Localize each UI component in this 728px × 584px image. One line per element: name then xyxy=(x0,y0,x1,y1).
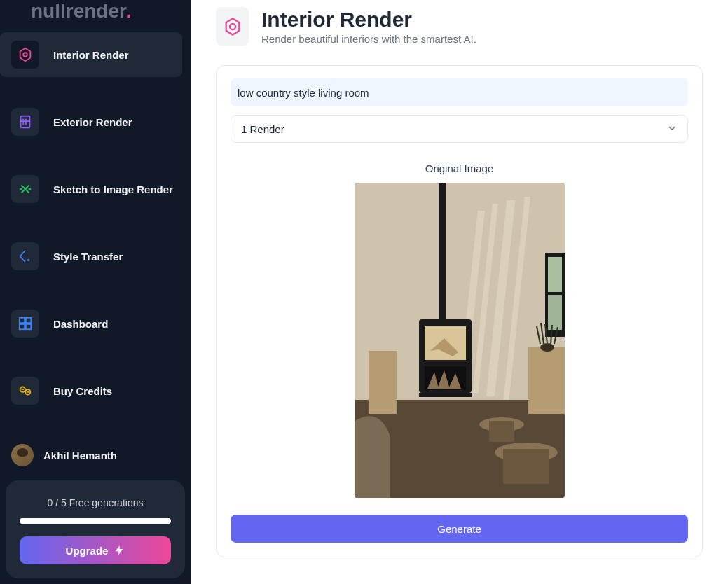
sidebar-item-exterior-render[interactable]: Exterior Render xyxy=(0,99,182,144)
style-icon xyxy=(11,242,39,270)
main-content: Interior Render Render beautiful interio… xyxy=(191,0,728,584)
svg-rect-21 xyxy=(548,257,562,292)
render-count-value: 1 Render xyxy=(241,123,284,135)
page-title-block: Interior Render Render beautiful interio… xyxy=(261,8,476,45)
avatar xyxy=(11,444,34,466)
chevron-down-icon xyxy=(666,123,678,136)
svg-point-1 xyxy=(23,53,27,57)
page-title: Interior Render xyxy=(261,8,476,32)
user-name: Akhil Hemanth xyxy=(43,450,117,461)
credits-card: 0 / 5 Free generations Upgrade xyxy=(6,480,185,578)
svg-rect-8 xyxy=(26,318,31,323)
upgrade-label: Upgrade xyxy=(66,545,109,557)
dashboard-icon xyxy=(11,310,39,338)
generate-button[interactable]: Generate xyxy=(231,515,688,543)
sidebar-item-dashboard[interactable]: Dashboard xyxy=(0,301,182,346)
sidebar-item-label: Exterior Render xyxy=(53,116,132,128)
generate-label: Generate xyxy=(437,523,481,535)
sidebar-item-label: Sketch to Image Render xyxy=(53,183,173,195)
svg-rect-10 xyxy=(26,324,31,329)
upgrade-button[interactable]: Upgrade xyxy=(20,536,171,564)
brand-name: nullrender xyxy=(31,0,125,22)
form-card: 1 Render Original Image xyxy=(216,65,703,557)
bolt-icon xyxy=(114,545,125,556)
svg-point-6 xyxy=(27,259,30,262)
svg-point-31 xyxy=(540,343,554,352)
page-subtitle: Render beautiful interiors with the smar… xyxy=(261,33,476,45)
svg-rect-29 xyxy=(503,449,549,484)
original-image-label: Original Image xyxy=(231,162,688,174)
sidebar-item-label: Style Transfer xyxy=(53,251,123,263)
sidebar-item-sketch-to-image[interactable]: Sketch to Image Render xyxy=(0,167,182,211)
svg-rect-9 xyxy=(20,324,25,329)
svg-rect-23 xyxy=(439,183,446,323)
svg-rect-32 xyxy=(369,351,397,414)
sidebar-item-label: Interior Render xyxy=(53,49,129,61)
brand-dot: . xyxy=(125,0,131,22)
sidebar-item-label: Dashboard xyxy=(53,318,108,330)
original-image-wrap xyxy=(231,183,688,498)
sidebar-item-interior-render[interactable]: Interior Render xyxy=(0,32,182,77)
page-icon xyxy=(216,7,249,46)
svg-rect-40 xyxy=(419,393,472,397)
render-count-select[interactable]: 1 Render xyxy=(231,115,688,143)
sidebar-item-buy-credits[interactable]: Buy Credits xyxy=(0,368,182,413)
brand-logo: nullrender. xyxy=(0,0,191,32)
svg-rect-27 xyxy=(489,421,514,442)
svg-rect-22 xyxy=(548,295,562,330)
prompt-input[interactable] xyxy=(231,78,688,106)
credits-label: 0 / 5 Free generations xyxy=(48,497,144,508)
sidebar-item-label: Buy Credits xyxy=(53,385,112,397)
sketch-icon xyxy=(11,175,39,203)
sidebar-item-user[interactable]: Akhil Hemanth xyxy=(0,436,182,475)
sidebar-item-style-transfer[interactable]: Style Transfer xyxy=(0,234,182,279)
original-image xyxy=(355,183,565,498)
exterior-icon xyxy=(11,108,39,136)
svg-marker-0 xyxy=(20,48,31,61)
svg-rect-30 xyxy=(528,347,565,414)
sidebar: nullrender. Interior Render Exterior Ren… xyxy=(0,0,191,584)
svg-rect-7 xyxy=(20,318,25,323)
page-header: Interior Render Render beautiful interio… xyxy=(216,7,703,46)
sidebar-nav: Interior Render Exterior Render Sketch t… xyxy=(0,32,191,475)
credits-progress xyxy=(20,518,171,524)
svg-marker-13 xyxy=(226,18,239,34)
credits-icon xyxy=(11,377,39,405)
interior-icon xyxy=(11,41,39,69)
svg-point-14 xyxy=(229,23,235,29)
